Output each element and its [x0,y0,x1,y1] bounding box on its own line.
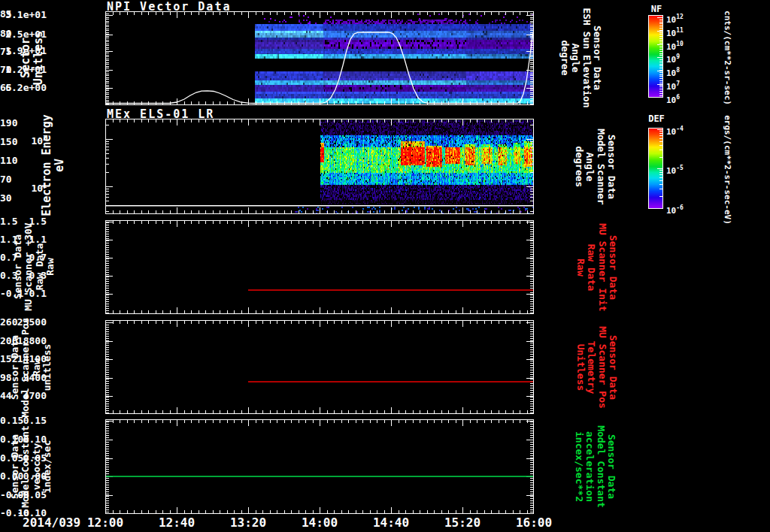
panel3-right-tick-label: 0.7 [0,252,47,264]
panel4-right-tick-label: 152 [0,353,47,365]
panel5-right-tick-label: -0.05 [0,489,47,501]
nf-colorbar-tick-label: 106 [666,93,680,105]
panel3-right-tick-label: 0.3 [0,270,47,282]
panel4-ylabel: Sensor Data Model Scanner Pos Raw unitle… [10,317,53,417]
nf-colorbar-title: NF [648,4,665,14]
x-tick-label: 15:20 [444,515,480,530]
panel2-right-tick-label: 30 [0,192,47,204]
x-tick-label: 14:00 [302,515,338,530]
def-colorbar [648,128,663,209]
def-colorbar-title: DEF [645,113,668,124]
nf-colorbar-tick-label: 1011 [666,26,684,38]
panel3-plot-area [105,220,534,314]
panel1-right-tick-label: 65 [0,82,47,94]
panel1-right-tick-label: 70 [0,64,47,76]
nf-colorbar-tick-label: 108 [666,66,680,78]
panel5-right-tick-label: 0.10 [0,434,47,446]
nf-colorbar-units: cnts/(cm**2-sr-sec) [723,11,732,105]
x-tick-label: 14:40 [373,515,409,530]
nf-colorbar-tick-label: 1010 [666,40,684,52]
x-tick-label: 12:00 [87,515,123,530]
nf-colorbar-tick-label: 107 [666,80,680,92]
panel3-right-tick-label: -0.1 [0,288,47,300]
panel5-right-tick-label: 0.05 [0,452,47,464]
panel4-right-tick-label: 98 [0,372,47,384]
panel5-right-tick-label: 0.15 [0,415,47,427]
panel5-right-label: Sensor Data Model Constant acceleration … [573,425,616,508]
panel3-right-label: Sensor Data MU Scanner Init Raw Data Raw [574,223,617,311]
panel4-right-tick-label: 206 [0,335,47,347]
panel2-right-label: Sensor Data Model Scanner Angle degrees [573,128,616,205]
nf-colorbar [648,15,663,98]
panel4-right-label: Sensor Data MU Scanner Pos Telemetry Uni… [574,326,617,409]
plot-root: NPI Vector Data MEx ELS-01 LR Sector Uni… [0,0,770,532]
panel4-plot-area [105,320,534,414]
panel2-plot-area [105,119,534,214]
def-colorbar-tick-label: 10-4 [666,125,684,137]
nf-colorbar-tick-label: 109 [666,53,680,65]
panel1-plot-area [105,11,534,105]
panel1-right-label: Sensor Data ESH Sun Elevation Angle degr… [559,8,602,107]
panel2-right-tick-label: 150 [0,136,47,148]
x-tick-label: 16:00 [516,515,552,530]
panel3-right-tick-label: 1.1 [0,234,47,246]
panel5-right-tick-label: 0.00 [0,470,47,482]
nf-colorbar-tick-label: 1012 [666,13,684,25]
def-colorbar-units: ergs/(cm**2-sr-sec-eV) [723,115,732,225]
def-colorbar-tick-label: 10-6 [666,204,684,216]
def-colorbar-tick-label: 10-5 [666,164,684,176]
panel4-right-tick-label: 260 [0,316,47,328]
panel5-right-tick-label: -0.10 [0,507,47,519]
panel3-right-tick-label: 1.5 [0,216,47,228]
panel2-right-tick-label: 190 [0,117,47,129]
panel2-right-tick-label: 70 [0,174,47,186]
x-tick-label: 12:40 [159,515,195,530]
panel1-right-tick-label: 75 [0,46,47,58]
panel1-right-tick-label: 85 [0,8,47,20]
x-tick-label: 13:20 [230,515,266,530]
panel1-right-tick-label: 80 [0,28,47,40]
panel4-right-tick-label: 44 [0,390,47,402]
panel5-plot-area [105,419,534,514]
panel2-right-tick-label: 110 [0,155,47,167]
